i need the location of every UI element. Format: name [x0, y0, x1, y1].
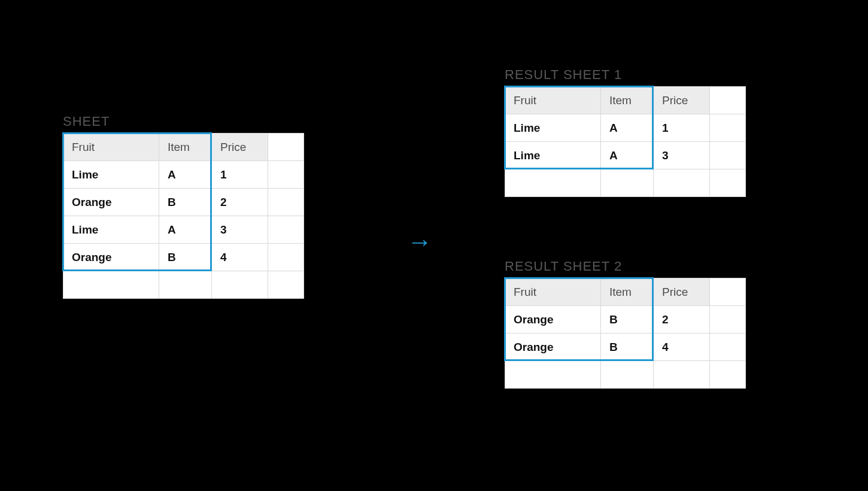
table-row: Orange B 4	[63, 244, 304, 271]
table-header-row: Fruit Item Price	[505, 278, 746, 306]
blank-cell	[710, 278, 746, 306]
cell-fruit: Lime	[63, 216, 159, 244]
source-sheet: Fruit Item Price Lime A 1 Orange B 2 Lim…	[63, 133, 304, 299]
result2-title: RESULT SHEET 2	[505, 259, 746, 274]
cell-item: A	[159, 216, 212, 244]
col-header-item: Item	[601, 87, 654, 114]
cell-fruit: Lime	[505, 114, 601, 142]
blank-cell	[268, 244, 304, 271]
col-header-price: Price	[212, 134, 268, 161]
cell-fruit: Lime	[63, 161, 159, 189]
col-header-item: Item	[601, 278, 654, 306]
blank-row	[505, 361, 746, 389]
result2-sheet: Fruit Item Price Orange B 2 Orange B 4	[505, 278, 746, 389]
cell-fruit: Orange	[63, 244, 159, 271]
blank-cell	[710, 169, 746, 197]
table-row: Orange B 2	[505, 306, 746, 334]
cell-item: B	[601, 306, 654, 334]
col-header-price: Price	[654, 87, 710, 114]
result1-table: Fruit Item Price Lime A 1 Lime A 3	[505, 86, 746, 197]
blank-cell	[654, 361, 710, 389]
cell-price: 2	[212, 189, 268, 216]
blank-cell	[63, 271, 159, 299]
blank-cell	[710, 361, 746, 389]
table-row: Lime A 1	[505, 114, 746, 142]
blank-cell	[710, 306, 746, 334]
cell-price: 3	[212, 216, 268, 244]
blank-cell	[268, 134, 304, 161]
col-header-item: Item	[159, 134, 212, 161]
table-header-row: Fruit Item Price	[505, 87, 746, 114]
table-row: Lime A 3	[505, 142, 746, 169]
cell-price: 4	[212, 244, 268, 271]
col-header-fruit: Fruit	[505, 278, 601, 306]
blank-cell	[710, 142, 746, 169]
result2-panel: RESULT SHEET 2 Fruit Item Price Orange B…	[505, 259, 746, 389]
table-row: Orange B 4	[505, 334, 746, 361]
cell-fruit: Orange	[505, 306, 601, 334]
table-row: Orange B 2	[63, 189, 304, 216]
cell-item: B	[159, 244, 212, 271]
result1-sheet: Fruit Item Price Lime A 1 Lime A 3	[505, 86, 746, 197]
blank-cell	[268, 271, 304, 299]
result2-table: Fruit Item Price Orange B 2 Orange B 4	[505, 278, 746, 389]
blank-cell	[159, 271, 212, 299]
cell-item: B	[601, 334, 654, 361]
source-sheet-panel: SHEET Fruit Item Price Lime A 1 Orange B…	[63, 114, 304, 299]
blank-cell	[710, 87, 746, 114]
cell-item: B	[159, 189, 212, 216]
cell-price: 1	[654, 114, 710, 142]
cell-fruit: Orange	[505, 334, 601, 361]
source-table: Fruit Item Price Lime A 1 Orange B 2 Lim…	[63, 133, 304, 299]
col-header-fruit: Fruit	[505, 87, 601, 114]
result1-panel: RESULT SHEET 1 Fruit Item Price Lime A 1…	[505, 67, 746, 197]
blank-row	[505, 169, 746, 197]
cell-fruit: Lime	[505, 142, 601, 169]
cell-item: A	[601, 142, 654, 169]
cell-price: 3	[654, 142, 710, 169]
blank-cell	[268, 161, 304, 189]
table-row: Lime A 3	[63, 216, 304, 244]
blank-cell	[505, 361, 601, 389]
blank-cell	[654, 169, 710, 197]
blank-cell	[268, 189, 304, 216]
blank-cell	[710, 334, 746, 361]
blank-cell	[601, 169, 654, 197]
col-header-fruit: Fruit	[63, 134, 159, 161]
cell-fruit: Orange	[63, 189, 159, 216]
table-row: Lime A 1	[63, 161, 304, 189]
cell-item: A	[159, 161, 212, 189]
blank-cell	[212, 271, 268, 299]
col-header-price: Price	[654, 278, 710, 306]
cell-price: 2	[654, 306, 710, 334]
blank-cell	[601, 361, 654, 389]
cell-item: A	[601, 114, 654, 142]
cell-price: 4	[654, 334, 710, 361]
source-sheet-title: SHEET	[63, 114, 304, 129]
cell-price: 1	[212, 161, 268, 189]
blank-cell	[268, 216, 304, 244]
blank-cell	[505, 169, 601, 197]
blank-row	[63, 271, 304, 299]
table-header-row: Fruit Item Price	[63, 134, 304, 161]
arrow-icon: →	[407, 228, 432, 256]
result1-title: RESULT SHEET 1	[505, 67, 746, 83]
blank-cell	[710, 114, 746, 142]
